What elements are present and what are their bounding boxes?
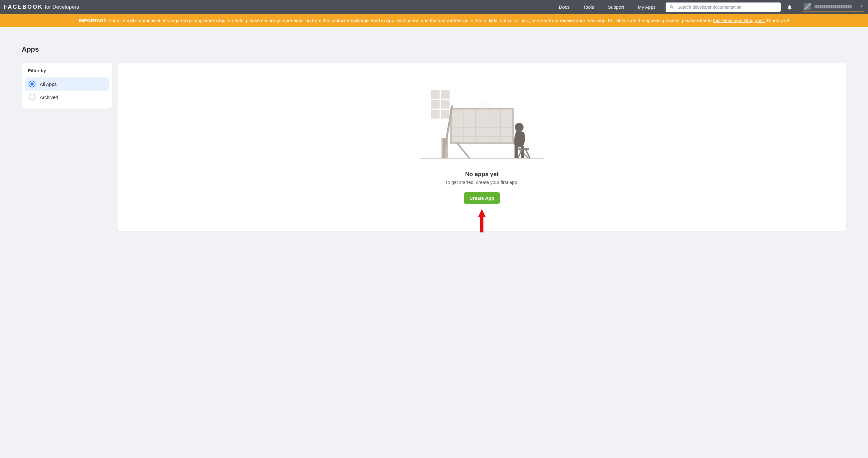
svg-rect-6 (441, 110, 450, 118)
svg-rect-23 (515, 146, 518, 158)
profile-name-redacted (814, 5, 852, 8)
svg-rect-2 (441, 90, 450, 98)
svg-line-20 (457, 143, 469, 159)
nav-links: Docs Tools Support My Apps (555, 2, 659, 12)
filter-title: Filter by (25, 68, 109, 78)
notifications-button[interactable] (787, 4, 793, 10)
banner-text-before: For all email communications regarding c… (107, 18, 713, 23)
search-icon (669, 5, 674, 10)
svg-rect-1 (431, 90, 440, 98)
brand-main-text: FACEBOOK (4, 4, 43, 10)
bell-icon (787, 4, 793, 10)
caret-down-icon (860, 6, 863, 7)
svg-rect-4 (441, 100, 450, 109)
search-wrap[interactable] (665, 2, 781, 12)
search-input[interactable] (677, 5, 777, 10)
filter-label: Archived (40, 94, 58, 100)
svg-rect-3 (431, 100, 440, 109)
brand-sub-text: for Developers (45, 4, 79, 10)
profile-avatar (804, 3, 811, 10)
topbar: FACEBOOK for Developers Docs Tools Suppo… (0, 0, 868, 14)
nav-docs[interactable]: Docs (555, 2, 573, 12)
banner-link[interactable]: this Developer Blog post. (713, 18, 765, 23)
svg-point-22 (515, 123, 524, 132)
nav-my-apps[interactable]: My Apps (634, 2, 659, 12)
svg-rect-5 (431, 110, 440, 118)
columns: Filter by All Apps Archived (22, 63, 846, 231)
radio-icon (29, 81, 35, 87)
main-panel: No apps yet To get started, create your … (118, 63, 846, 231)
banner-text-after: Thank you! (765, 18, 789, 23)
create-app-button[interactable]: Create App (464, 192, 500, 204)
content-wrap: Apps Filter by All Apps Archived (0, 27, 868, 243)
profile-menu[interactable] (803, 3, 864, 11)
page-title: Apps (22, 46, 846, 54)
empty-state-title: No apps yet (465, 171, 499, 178)
annotation-arrow-icon (476, 207, 488, 235)
radio-icon (29, 94, 35, 101)
svg-marker-11 (451, 109, 513, 143)
empty-state-illustration (420, 87, 544, 162)
nav-support[interactable]: Support (604, 2, 628, 12)
banner-strong: IMPORTANT: (79, 18, 107, 23)
nav-tools[interactable]: Tools (580, 2, 598, 12)
filter-option-archived[interactable]: Archived (25, 90, 109, 104)
filter-sidebar: Filter by All Apps Archived (22, 63, 112, 109)
filter-option-all-apps[interactable]: All Apps (25, 78, 109, 90)
empty-state-subtitle: To get started, create your first app. (445, 179, 519, 185)
filter-label: All Apps (40, 82, 57, 87)
brand-logo[interactable]: FACEBOOK for Developers (4, 4, 79, 10)
compliance-banner: IMPORTANT: For all email communications … (0, 14, 868, 27)
